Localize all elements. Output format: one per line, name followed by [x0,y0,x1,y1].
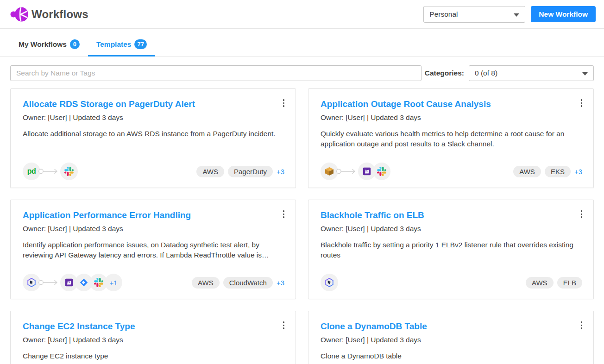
integration-icon-row: pd [23,163,78,180]
connector-arrow-icon [38,279,59,286]
tab-count-badge: 0 [70,39,80,49]
tab-label: Templates [96,40,132,49]
card-footer: AWSEKS+3 [321,163,582,180]
workflow-description: Clone a DynamoDB table [321,351,582,361]
tag-pill[interactable]: PagerDuty [228,166,273,177]
kebab-menu-icon[interactable] [579,320,585,331]
integration-icon-row [321,163,390,180]
workflow-title-link[interactable]: Change EC2 Instance Type [23,321,284,332]
workspace-dropdown-value: Personal [429,10,458,19]
workflow-card: Application Performance Error Handling O… [10,200,296,299]
chevron-down-icon [582,72,588,75]
slack-icon [60,163,78,180]
kebab-menu-icon[interactable] [281,320,287,331]
slack-icon [373,163,390,180]
more-tags-link[interactable]: +3 [277,168,284,176]
tag-row: AWSPagerDuty+3 [196,166,284,177]
workflow-title-link[interactable]: Blackhole Traffic on ELB [321,210,582,220]
tag-pill[interactable]: AWS [192,277,220,289]
tag-pill[interactable]: AWS [526,277,554,289]
workflow-title-link[interactable]: Clone a DynamoDB Table [321,321,582,332]
tag-row: AWSELB [526,277,582,289]
tag-pill[interactable]: AWS [513,166,541,177]
tag-row: AWSEKS+3 [513,166,582,177]
workflow-card: Clone a DynamoDB Table Owner: [User] | U… [308,311,594,364]
tab-label: My Workflows [19,40,67,49]
chevron-down-icon [514,13,519,17]
workflow-meta: Owner: [User] | Updated 3 days [23,225,284,233]
workflow-card: Application Outage Root Cause Analysis O… [308,88,594,188]
workflow-card: Blackhole Traffic on ELB Owner: [User] |… [308,200,594,299]
more-tags-link[interactable]: +3 [574,168,582,176]
kebab-menu-icon[interactable] [579,208,585,220]
categories-label: Categories: [425,69,464,77]
workflow-meta: Owner: [User] | Updated 3 days [321,225,582,233]
workflow-description: Allocate additional storage to an AWS RD… [23,129,284,139]
tag-pill[interactable]: ELB [557,277,582,289]
categories-dropdown-value: 0 (of 8) [475,69,497,77]
page-title: Workflows [31,8,88,21]
workflow-meta: Owner: [User] | Updated 3 days [321,336,582,344]
card-footer: AWSELB [321,274,582,291]
workflow-description: Quickly evaluate various health metrics … [321,129,582,149]
card-footer: pd AWSPagerDuty+3 [23,163,284,180]
workspace-dropdown[interactable]: Personal [423,6,525,23]
integration-icon-row: +1 [23,274,122,291]
card-footer: +1 AWSCloudWatch+3 [23,274,284,291]
workflow-grid: Allocate RDS Storage on PagerDuty Alert … [0,88,604,364]
page-header: Workflows Personal New Workflow [0,0,604,29]
tag-pill[interactable]: AWS [196,166,224,177]
tab-bar: My Workflows 0 Templates 77 [0,37,604,56]
kebab-menu-icon[interactable] [281,97,287,109]
workflow-meta: Owner: [User] | Updated 3 days [321,113,582,122]
workflow-card: Allocate RDS Storage on PagerDuty Alert … [10,88,296,188]
new-workflow-button[interactable]: New Workflow [531,6,596,22]
search-input[interactable] [10,65,422,81]
workflow-meta: Owner: [User] | Updated 3 days [23,113,284,122]
filter-bar: Categories: 0 (of 8) [0,65,604,81]
connector-arrow-icon [336,168,357,175]
workflow-card: Change EC2 Instance Type Owner: [User] |… [10,311,296,364]
more-tags-link[interactable]: +3 [277,279,284,287]
workflow-title-link[interactable]: Application Performance Error Handling [23,210,284,220]
hexagon-cursor-icon [321,274,338,291]
workflows-logo-icon [10,6,29,23]
integration-icon-row [321,274,338,291]
tag-pill[interactable]: EKS [545,166,571,177]
tag-pill[interactable]: CloudWatch [223,277,273,289]
kebab-menu-icon[interactable] [281,208,287,220]
workflow-meta: Owner: [User] | Updated 3 days [23,336,284,344]
tab-count-badge: 77 [134,39,146,49]
tab-my-workflows[interactable]: My Workflows 0 [10,37,88,56]
categories-dropdown[interactable]: 0 (of 8) [469,65,594,81]
workflow-description: Change EC2 instance type [23,351,284,361]
workflow-title-link[interactable]: Allocate RDS Storage on PagerDuty Alert [23,99,284,109]
workflow-title-link[interactable]: Application Outage Root Cause Analysis [321,99,582,109]
tab-templates[interactable]: Templates 77 [88,37,155,56]
plus-one-icon: +1 [105,274,122,291]
connector-arrow-icon [38,168,59,175]
kebab-menu-icon[interactable] [579,97,585,109]
tag-row: AWSCloudWatch+3 [192,277,284,289]
workflow-description: Identify application performance issues,… [23,240,284,260]
workflow-description: Blackhole traffic by setting a priority … [321,240,582,260]
